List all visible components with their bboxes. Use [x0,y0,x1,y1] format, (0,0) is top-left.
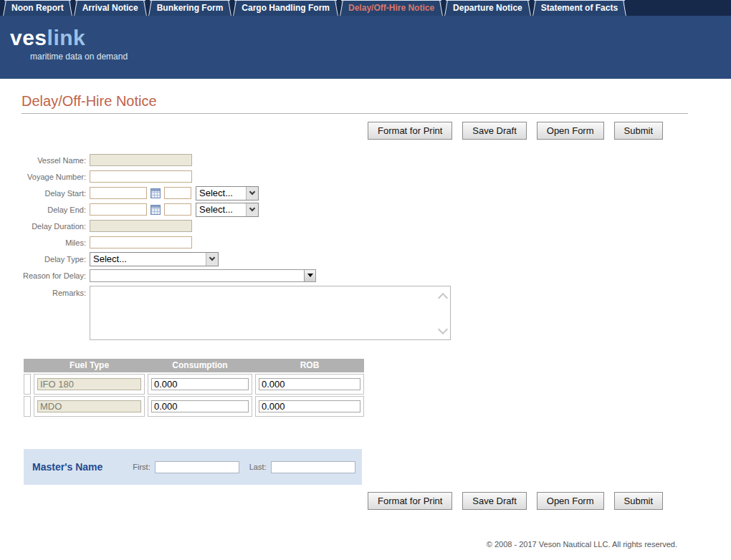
remarks-label: Remarks: [22,286,90,297]
row-handle-cell [24,374,31,395]
vessel-name-field [90,154,192,166]
delay-start-label: Delay Start: [22,189,90,198]
consumption-field[interactable] [151,378,249,390]
tab-delay-off-hire-notice[interactable]: Delay/Off-Hire Notice [341,0,441,16]
open-form-button[interactable]: Open Form [537,122,604,140]
table-row [24,396,364,417]
consumption-field[interactable] [151,400,249,412]
voyage-number-field[interactable] [90,170,192,183]
fuel-type-field [37,400,141,412]
remarks-container [90,286,451,343]
delay-form: Vessel Name: Voyage Number: Delay Start:… [22,152,688,343]
miles-field[interactable] [90,236,192,248]
delay-start-date-field[interactable] [90,187,147,199]
tab-departure-notice[interactable]: Departure Notice [446,0,530,16]
logo-text-link: link [47,26,86,49]
logo-text-ves: ves [10,26,47,49]
rob-field[interactable] [259,400,360,412]
delay-start-zone-select[interactable]: Select... [196,186,259,201]
delay-type-value: Select... [93,254,127,264]
header-banner: veslink maritime data on demand [0,16,731,79]
submit-button[interactable]: Submit [614,122,663,140]
last-name-field[interactable] [271,461,355,473]
rob-header: ROB [255,360,364,370]
toolbar-top: Format for Print Save Draft Open Form Su… [22,122,663,140]
miles-label: Miles: [22,238,90,247]
masters-name-panel: Master's Name First: Last: [24,449,362,485]
chevron-down-icon [246,203,258,216]
masters-name-title: Master's Name [32,461,102,473]
first-name-label: First: [133,463,150,471]
delay-start-zone-value: Select... [199,188,233,198]
delay-end-zone-value: Select... [199,204,233,215]
delay-type-label: Delay Type: [22,255,90,264]
fuel-type-header: Fuel Type [34,360,145,370]
tab-bunkering-form[interactable]: Bunkering Form [150,0,231,16]
tab-statement-of-facts[interactable]: Statement of Facts [534,0,625,16]
delay-start-time-field[interactable] [164,187,191,199]
fuel-table: Fuel Type Consumption ROB [24,359,364,417]
save-draft-button[interactable]: Save Draft [462,122,526,140]
delay-end-zone-select[interactable]: Select... [196,203,259,217]
delay-type-select[interactable]: Select... [90,252,219,266]
last-name-label: Last: [249,463,267,471]
fuel-type-cell [34,396,145,417]
vessel-name-label: Vessel Name: [22,156,90,165]
fuel-type-cell [34,374,145,395]
consumption-header: Consumption [148,360,252,370]
dropdown-arrow-icon[interactable] [304,270,315,281]
format-for-print-button[interactable]: Format for Print [368,122,452,140]
calendar-icon[interactable] [150,205,161,215]
rob-field[interactable] [259,378,360,390]
table-row [24,374,364,395]
delay-duration-field [90,220,192,232]
consumption-cell [148,396,252,417]
reason-for-delay-label: Reason for Delay: [22,271,90,280]
reason-for-delay-combobox[interactable] [90,269,316,282]
spacer-cell [24,360,31,370]
calendar-icon[interactable] [150,188,161,198]
fuel-type-field [37,378,141,390]
row-handle-cell [24,396,31,417]
delay-duration-label: Delay Duration: [22,222,90,231]
format-for-print-button[interactable]: Format for Print [368,492,452,510]
page-title: Delay/Off-Hire Notice [22,93,688,114]
tab-cargo-handling-form[interactable]: Cargo Handling Form [234,0,337,16]
rob-cell [255,396,364,417]
open-form-button[interactable]: Open Form [537,492,604,510]
rob-cell [255,374,364,395]
tab-arrival-notice[interactable]: Arrival Notice [75,0,145,16]
delay-end-label: Delay End: [22,206,90,214]
logo-tagline: maritime data on demand [30,52,731,62]
save-draft-button[interactable]: Save Draft [462,492,526,510]
fuel-table-header: Fuel Type Consumption ROB [24,359,364,372]
remarks-textarea[interactable] [90,286,451,340]
chevron-down-icon [206,253,218,266]
first-name-field[interactable] [155,461,239,473]
submit-button[interactable]: Submit [614,492,663,510]
toolbar-bottom: Format for Print Save Draft Open Form Su… [22,492,663,510]
voyage-number-label: Voyage Number: [22,173,90,181]
delay-end-time-field[interactable] [164,203,191,216]
delay-end-date-field[interactable] [90,203,147,216]
form-tabs: Noon Report Arrival Notice Bunkering For… [0,0,731,16]
chevron-down-icon [246,187,258,200]
veslink-logo: veslink [10,26,731,50]
copyright-text: © 2008 - 2017 Veson Nautical LLC. All ri… [22,540,677,549]
consumption-cell [148,374,252,395]
tab-noon-report[interactable]: Noon Report [4,0,71,16]
